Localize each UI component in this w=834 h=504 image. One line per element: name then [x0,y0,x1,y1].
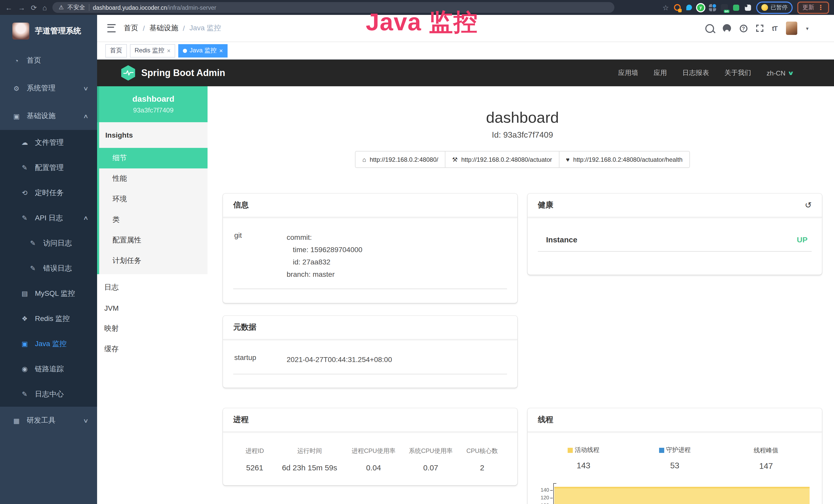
sba-brand[interactable]: Spring Boot Admin [141,68,225,78]
sidebar-item-config-manage[interactable]: ✎ 配置管理 [0,155,97,180]
log-edit-icon: ✎ [21,390,29,398]
sba-main: dashboard Id: 93a3fc7f7409 ⌂ http://192.… [207,86,834,504]
extension-on-badge-icon[interactable] [721,4,728,11]
sba-nav-journal[interactable]: 日志报表 [682,68,709,77]
sidebar-item-log-center[interactable]: ✎ 日志中心 [0,382,97,407]
app-sidebar: 芋道管理系统 ◔ 首页 ⚙ 系统管理 ∨ ▣ 基础设施 ∧ ☁ 文件管理 [0,15,97,504]
sidebar-item-devtools[interactable]: ▦ 研发工具 ∨ [0,407,97,434]
sidebar-item-infra[interactable]: ▣ 基础设施 ∧ [0,102,97,130]
git-row: git commit: time: 1596289704000 id: 27aa… [233,228,507,289]
github-icon[interactable] [723,24,731,32]
close-icon[interactable]: × [219,47,223,54]
paused-badge[interactable]: 已暂停 [756,1,793,14]
fullscreen-icon[interactable] [756,25,763,32]
help-icon[interactable]: ? [740,24,747,32]
home-icon[interactable]: ⌂ [42,4,47,11]
spring-boot-admin-logo [121,65,135,81]
sidebar-item-mysql-monitor[interactable]: ▤ MySQL 监控 [0,281,97,306]
sba-item-classes[interactable]: 类 [99,209,207,230]
extension-puzzle-icon[interactable] [744,4,751,11]
sba-item-caches[interactable]: 缓存 [97,339,207,360]
sidebar-item-api-logs[interactable]: ✎ API 日志 ∧ [0,205,97,231]
kebab-menu-icon[interactable]: ⋮ [817,4,824,11]
sba-item-scheduled-tasks[interactable]: 计划任务 [99,251,207,271]
app-logo-row[interactable]: 芋道管理系统 [0,15,97,47]
eye-icon: ◉ [21,365,29,373]
tab-java-monitor[interactable]: Java 监控 × [178,44,227,57]
sidebar-item-java-monitor[interactable]: ▣ Java 监控 [0,331,97,357]
search-icon[interactable] [705,24,714,32]
insights-section: Insights 细节 性能 环境 类 配置属性 计划任务 [97,122,207,274]
breadcrumb-infra[interactable]: 基础设施 [150,24,178,33]
tab-redis-monitor[interactable]: Redis 监控 × [130,44,175,57]
sidebar-item-scheduled-jobs[interactable]: ⟲ 定时任务 [0,180,97,205]
process-card: 进程 进程ID5261 运行时间6d 23h 15m 59s 进程CPU使用率0… [223,408,517,485]
timer-icon: ⟲ [21,189,29,197]
daemon-threads-value: 53 [629,461,720,471]
menu-toggle-icon[interactable] [107,24,115,32]
tab-home[interactable]: 首页 [105,44,127,57]
sba-sidebar: dashboard 93a3fc7f7409 Insights 细节 性能 环境… [97,86,207,504]
sidebar-item-home[interactable]: ◔ 首页 [0,47,97,74]
emoji-face-icon [761,4,768,11]
warning-icon: ⚠ [59,4,64,11]
sidebar-item-system[interactable]: ⚙ 系统管理 ∨ [0,74,97,102]
sidebar-item-file-manage[interactable]: ☁ 文件管理 [0,130,97,155]
back-icon[interactable]: ← [5,4,12,11]
sba-item-metrics[interactable]: 性能 [99,168,207,189]
sba-item-mappings[interactable]: 映射 [97,318,207,339]
endpoint-home-button[interactable]: ⌂ http://192.168.0.2:48080/ [355,151,445,168]
startup-value: 2021-04-27T00:44:31.254+08:00 [287,353,506,366]
app-title: 芋道管理系统 [35,26,81,36]
sba-instance-header[interactable]: dashboard 93a3fc7f7409 [97,86,207,122]
url-bar[interactable]: ⚠ 不安全 dashboard.yudao.iocoder.cn/infra/a… [52,2,614,13]
wrench-icon: ⚒ [452,156,458,163]
update-button[interactable]: 更新 ⋮ [797,1,829,14]
url-text[interactable]: dashboard.yudao.iocoder.cn/infra/admin-s… [93,4,216,10]
sba-item-logs[interactable]: 日志 [97,277,207,298]
breadcrumb-current: Java 监控 [190,24,221,33]
instance-health-row[interactable]: Instance UP [538,228,812,252]
sidebar-item-redis-monitor[interactable]: ❖ Redis 监控 [0,306,97,331]
startup-label: startup [234,353,287,362]
font-size-icon[interactable]: tT [772,24,777,32]
endpoint-health-button[interactable]: ♥ http://192.168.0.2:48080/actuator/heal… [559,151,690,168]
language-select[interactable]: zh-CN ∨ [766,69,793,77]
sba-item-details[interactable]: 细节 [97,148,207,168]
heart-icon: ♥ [566,156,569,163]
sba-nav-about[interactable]: 关于我们 [724,68,751,77]
sidebar-item-error-logs[interactable]: ✎ 错误日志 [0,256,97,281]
info-card: 信息 git commit: time: 1596289704000 id: 2… [223,193,517,303]
sba-nav-applications[interactable]: 应用 [654,68,667,77]
sba-item-environment[interactable]: 环境 [99,189,207,209]
history-icon[interactable]: ↺ [805,200,812,210]
caret-down-icon[interactable]: ▾ [806,25,809,31]
peak-threads-value: 147 [721,462,812,471]
extension-colorzilla-icon[interactable] [674,4,681,11]
forward-icon[interactable]: → [18,4,25,11]
page-title: dashboard [223,109,822,126]
thread-swatch-0 [568,448,573,453]
extension-pin-icon[interactable] [685,4,693,11]
breadcrumb-home[interactable]: 首页 [124,24,138,33]
extension-y-icon[interactable]: y [697,4,704,11]
insights-label: Insights [99,122,207,148]
sba-item-config-props[interactable]: 配置属性 [99,230,207,251]
sidebar-item-trace[interactable]: ◉ 链路追踪 [0,357,97,382]
sba-item-jvm[interactable]: JVM [97,298,207,318]
sidebar-item-access-logs[interactable]: ✎ 访问日志 [0,231,97,256]
chevron-up-icon: ∧ [83,113,89,119]
extension-grid-icon[interactable] [709,4,716,11]
close-icon[interactable]: × [167,47,171,54]
endpoint-actuator-button[interactable]: ⚒ http://192.168.0.2:48080/actuator [445,151,559,168]
avatar[interactable] [786,22,797,35]
sba-nav-wallboard[interactable]: 应用墙 [618,68,638,77]
reload-icon[interactable]: ⟳ [31,4,37,11]
bookmark-star-icon[interactable]: ☆ [662,4,669,11]
security-label[interactable]: 不安全 [67,4,85,11]
gear-icon: ⚙ [12,85,21,92]
extension-leaf-icon[interactable] [732,4,740,11]
chevron-down-icon: ∨ [788,70,794,76]
chevron-up-icon: ∧ [83,215,89,221]
infra-submenu: ☁ 文件管理 ✎ 配置管理 ⟲ 定时任务 ✎ API 日志 ∧ ✎ [0,130,97,407]
